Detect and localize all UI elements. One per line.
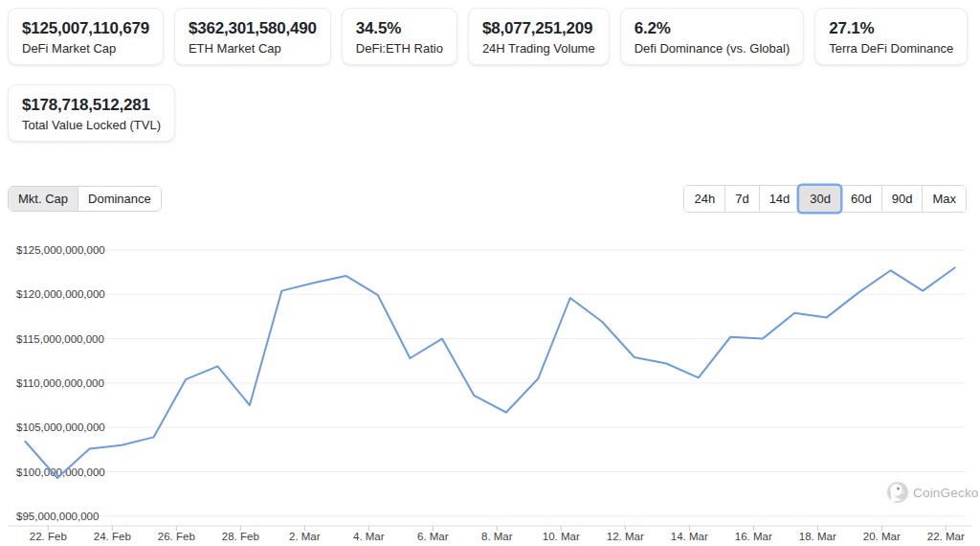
- y-axis-tick-label: $110,000,000,000: [16, 377, 104, 389]
- stat-label: Total Value Locked (TVL): [22, 118, 161, 132]
- series-defi-market-cap[interactable]: [26, 268, 955, 479]
- x-axis-tick-label: 2. Mar: [289, 531, 321, 542]
- watermark-label: CoinGecko: [913, 486, 979, 500]
- tab-dominance[interactable]: Dominance: [78, 187, 161, 211]
- x-axis-tick-label: 14. Mar: [671, 531, 708, 542]
- y-axis-tick-label: $105,000,000,000: [16, 421, 105, 433]
- tab-mkt-cap[interactable]: Mkt. Cap: [9, 187, 78, 211]
- stat-value: $362,301,580,490: [189, 18, 317, 39]
- x-axis-tick-label: 4. Mar: [353, 531, 385, 542]
- x-axis-tick-label: 10. Mar: [543, 531, 580, 542]
- stat-value: $125,007,110,679: [22, 18, 149, 39]
- stat-card-terra-defi-dominance: 27.1% Terra DeFi Dominance: [814, 8, 968, 65]
- range-7d-button[interactable]: 7d: [724, 186, 758, 212]
- line-chart-canvas[interactable]: $125,000,000,000$120,000,000,000$115,000…: [0, 238, 980, 546]
- y-axis-tick-label: $125,000,000,000: [16, 244, 105, 256]
- x-axis-tick-label: 18. Mar: [799, 531, 836, 542]
- range-14d-button[interactable]: 14d: [759, 186, 800, 212]
- x-axis-tick-label: 12. Mar: [607, 531, 644, 542]
- stat-card-defi-market-cap: $125,007,110,679 DeFi Market Cap: [8, 8, 164, 65]
- range-24h-button[interactable]: 24h: [684, 186, 724, 212]
- x-axis-tick-label: 22. Feb: [30, 531, 67, 542]
- x-axis-tick-label: 28. Feb: [222, 531, 259, 542]
- stats-row-1: $125,007,110,679 DeFi Market Cap $362,30…: [8, 8, 980, 65]
- stat-label: ETH Market Cap: [189, 41, 317, 56]
- x-axis-tick-label: 16. Mar: [735, 531, 772, 542]
- time-range-buttons: 24h 7d 14d 30d 60d 90d Max: [683, 185, 967, 213]
- stat-value: $178,718,512,281: [22, 95, 161, 116]
- stat-label: Defi Dominance (vs. Global): [635, 41, 791, 56]
- stats-row-2: $178,718,512,281 Total Value Locked (TVL…: [8, 84, 980, 142]
- coingecko-watermark: CoinGecko: [887, 482, 979, 503]
- range-max-button[interactable]: Max: [922, 186, 966, 212]
- range-60d-button[interactable]: 60d: [840, 186, 881, 212]
- stat-card-total-value-locked: $178,718,512,281 Total Value Locked (TVL…: [8, 84, 175, 142]
- chart-axes: $125,000,000,000$120,000,000,000$115,000…: [8, 244, 972, 542]
- stat-label: DeFi Market Cap: [22, 41, 149, 56]
- chart-controls: Mkt. Cap Dominance 24h 7d 14d 30d 60d 90…: [8, 185, 967, 213]
- stat-card-24h-trading-volume: $8,077,251,209 24H Trading Volume: [468, 8, 610, 65]
- stat-card-eth-market-cap: $362,301,580,490 ETH Market Cap: [174, 8, 331, 65]
- stat-card-defi-dominance: 6.2% Defi Dominance (vs. Global): [620, 8, 805, 65]
- y-axis-tick-label: $95,000,000,000: [16, 511, 99, 522]
- defi-market-cap-chart: $125,000,000,000$120,000,000,000$115,000…: [0, 238, 980, 546]
- x-axis-tick-label: 26. Feb: [158, 531, 195, 542]
- stat-label: Terra DeFi Dominance: [829, 41, 953, 56]
- x-axis-tick-label: 6. Mar: [417, 531, 449, 542]
- chart-type-tabs: Mkt. Cap Dominance: [8, 186, 162, 212]
- coingecko-logo-icon: [887, 482, 908, 503]
- stat-value: 6.2%: [635, 18, 791, 39]
- y-axis-tick-label: $115,000,000,000: [16, 333, 104, 345]
- x-axis-tick-label: 22. Mar: [927, 531, 965, 542]
- x-axis-tick-label: 20. Mar: [863, 531, 901, 542]
- range-30d-button[interactable]: 30d: [799, 186, 840, 212]
- range-90d-button[interactable]: 90d: [881, 186, 923, 212]
- chart-gridlines: [14, 250, 966, 516]
- stat-card-defi-eth-ratio: 34.5% DeFi:ETH Ratio: [342, 8, 457, 65]
- stat-value: 27.1%: [829, 18, 953, 39]
- y-axis-tick-label: $120,000,000,000: [16, 288, 105, 300]
- x-axis-tick-label: 24. Feb: [94, 531, 131, 542]
- stat-value: 34.5%: [356, 18, 443, 39]
- x-axis-tick-label: 8. Mar: [481, 531, 513, 542]
- stat-label: 24H Trading Volume: [482, 41, 595, 56]
- stat-label: DeFi:ETH Ratio: [356, 41, 443, 56]
- stat-value: $8,077,251,209: [482, 18, 595, 39]
